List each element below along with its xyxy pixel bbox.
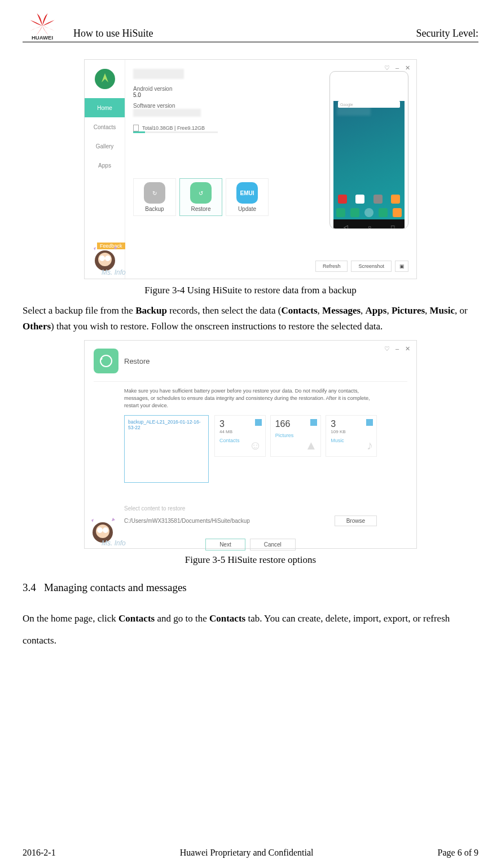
svg-point-5 xyxy=(105,255,111,261)
hisuite-logo-icon xyxy=(85,60,125,98)
checkbox-icon[interactable] xyxy=(255,419,262,426)
security-level-label: Security Level: xyxy=(416,28,478,41)
music-icon: ♪ xyxy=(367,438,373,453)
cancel-button[interactable]: Cancel xyxy=(250,539,296,550)
backup-path: C:/Users/mWX313581/Documents/HiSuite/bac… xyxy=(124,518,250,524)
software-version-blurred xyxy=(133,109,201,117)
dock-browser-icon xyxy=(393,208,402,217)
dock-phone-icon xyxy=(336,208,345,217)
restore-icon xyxy=(94,349,118,373)
update-button[interactable]: EMUI Update xyxy=(226,178,269,216)
heart-icon[interactable]: ♡ xyxy=(384,345,390,352)
screenshot-button[interactable]: Screenshot xyxy=(351,261,392,272)
restore-icon: ↺ xyxy=(190,182,212,204)
figure-3-4: Home Contacts Gallery Apps ♡ – ✕ Android… xyxy=(84,59,417,279)
hisuite-restore-window: ♡ – ✕ Restore Make sure you have suffici… xyxy=(84,340,417,549)
restore-card-contacts[interactable]: 3 44 MB Contacts ☺ xyxy=(214,415,266,457)
app-icon xyxy=(391,195,400,204)
svg-marker-13 xyxy=(91,519,94,522)
footer-center: Huawei Proprietary and Confidential xyxy=(180,848,314,858)
svg-marker-6 xyxy=(94,247,96,250)
checkbox-icon[interactable] xyxy=(310,419,317,426)
app-icon xyxy=(338,195,347,204)
select-content-label: Select content to restore xyxy=(85,483,416,514)
dock-apps-icon xyxy=(364,208,373,217)
doc-title: How to use HiSuite xyxy=(73,28,416,41)
footer-date: 2016-2-1 xyxy=(23,848,56,858)
nav-home-icon: ○ xyxy=(368,224,371,230)
footer-page: Page 6 of 9 xyxy=(438,848,478,858)
restore-card-pictures[interactable]: 166 Pictures ▲ xyxy=(270,415,322,457)
sidebar-item-apps[interactable]: Apps xyxy=(85,156,125,175)
minimize-icon[interactable]: – xyxy=(394,64,401,71)
next-button[interactable]: Next xyxy=(205,539,245,550)
svg-marker-7 xyxy=(114,246,117,249)
paragraph-backup-instructions: Select a backup file from the Backup rec… xyxy=(23,303,478,334)
section-3-4-heading: 3.4 Managing contacts and messages xyxy=(23,581,478,594)
storage-bar xyxy=(133,131,218,133)
hisuite-home-window: Home Contacts Gallery Apps ♡ – ✕ Android… xyxy=(84,59,417,279)
app-icon xyxy=(373,195,383,204)
device-name-blurred xyxy=(133,69,184,79)
restore-title: Restore xyxy=(124,357,150,365)
figure-3-5-caption: Figure 3-5 HiSuite restore options xyxy=(23,554,478,566)
svg-point-11 xyxy=(97,527,103,533)
svg-text:HUAWEI: HUAWEI xyxy=(32,34,53,41)
ms-info-label: Ms. Info xyxy=(102,268,126,276)
storage-text: Total10.38GB | Free9.12GB xyxy=(142,125,205,131)
phone-preview: Google xyxy=(329,71,408,229)
svg-marker-14 xyxy=(112,518,115,521)
sidebar-item-contacts[interactable]: Contacts xyxy=(85,117,125,136)
contact-icon: ☺ xyxy=(249,438,261,453)
backup-file-item[interactable]: backup_ALE-L21_2016-01-12-16-53-22 xyxy=(124,415,209,483)
heart-icon[interactable]: ♡ xyxy=(384,64,390,71)
nav-recent-icon: □ xyxy=(391,224,394,230)
huawei-logo: HUAWEI xyxy=(23,11,62,41)
paragraph-contacts-instructions: On the home page, click Contacts and go … xyxy=(23,607,478,651)
figure-3-4-caption: Figure 3-4 Using HiSuite to restore data… xyxy=(23,285,478,296)
storage-icon xyxy=(133,125,139,131)
doc-header: HUAWEI How to use HiSuite Security Level… xyxy=(23,11,478,42)
picture-icon: ▲ xyxy=(305,438,318,453)
update-icon: EMUI xyxy=(236,182,258,204)
doc-footer: 2016-2-1 Huawei Proprietary and Confiden… xyxy=(23,848,478,858)
backup-icon: ↻ xyxy=(144,182,165,204)
backup-button[interactable]: ↻ Backup xyxy=(133,178,176,216)
sidebar-item-gallery[interactable]: Gallery xyxy=(85,136,125,156)
restore-button[interactable]: ↺ Restore xyxy=(179,178,222,216)
ms-info-label: Ms. Info xyxy=(102,539,126,547)
svg-point-4 xyxy=(99,255,105,261)
dock-messages-icon xyxy=(379,208,388,217)
close-icon[interactable]: ✕ xyxy=(404,64,411,71)
browse-button[interactable]: Browse xyxy=(335,515,377,526)
app-icon xyxy=(355,195,364,204)
checkbox-icon[interactable] xyxy=(366,419,373,426)
window-controls: ♡ – ✕ xyxy=(384,64,411,71)
sidebar-item-home[interactable]: Home xyxy=(85,98,125,117)
camera-icon-button[interactable]: ▣ xyxy=(395,261,408,272)
refresh-button[interactable]: Refresh xyxy=(315,261,348,272)
svg-point-8 xyxy=(100,355,112,367)
restore-card-music[interactable]: 3 109 KB Music ♪ xyxy=(326,415,377,457)
nav-back-icon: ◁ xyxy=(344,224,348,230)
close-icon[interactable]: ✕ xyxy=(404,345,411,352)
minimize-icon[interactable]: – xyxy=(394,345,401,352)
restore-warning: Make sure you have sufficient battery po… xyxy=(85,382,416,415)
dock-contacts-icon xyxy=(350,208,359,217)
svg-point-12 xyxy=(103,527,108,533)
figure-3-5: ♡ – ✕ Restore Make sure you have suffici… xyxy=(84,340,417,549)
